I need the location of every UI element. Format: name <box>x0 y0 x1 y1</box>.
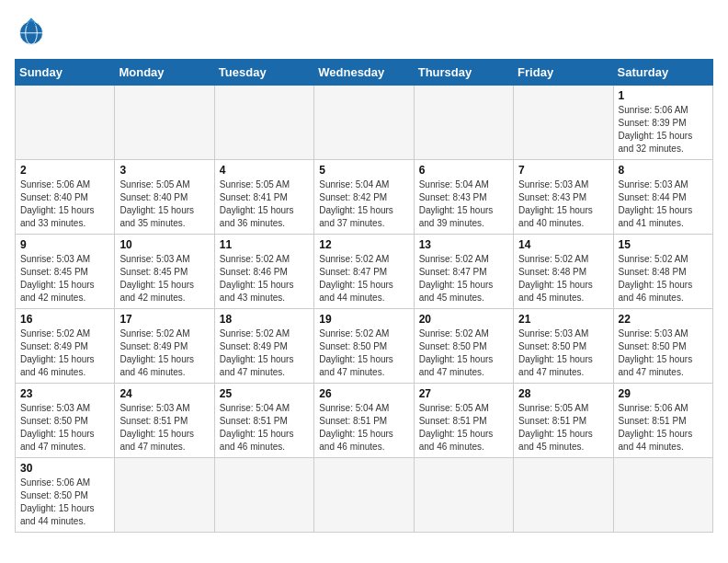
calendar-cell: 5Sunrise: 5:04 AM Sunset: 8:42 PM Daylig… <box>314 160 414 235</box>
calendar-cell: 2Sunrise: 5:06 AM Sunset: 8:40 PM Daylig… <box>16 160 115 235</box>
day-number: 26 <box>319 387 408 400</box>
day-number: 24 <box>119 387 209 400</box>
calendar-cell: 17Sunrise: 5:02 AM Sunset: 8:49 PM Dayli… <box>115 309 214 384</box>
day-number: 17 <box>119 313 209 326</box>
calendar-cell <box>613 458 712 533</box>
day-info: Sunrise: 5:06 AM Sunset: 8:40 PM Dayligh… <box>20 178 109 230</box>
calendar-cell: 7Sunrise: 5:03 AM Sunset: 8:43 PM Daylig… <box>514 160 613 235</box>
calendar-cell <box>414 458 513 533</box>
day-info: Sunrise: 5:02 AM Sunset: 8:49 PM Dayligh… <box>220 327 309 379</box>
calendar-cell: 10Sunrise: 5:03 AM Sunset: 8:45 PM Dayli… <box>115 235 214 309</box>
calendar-cell: 12Sunrise: 5:02 AM Sunset: 8:47 PM Dayli… <box>314 235 414 309</box>
calendar-cell: 14Sunrise: 5:02 AM Sunset: 8:48 PM Dayli… <box>514 235 613 309</box>
weekday-sunday: Sunday <box>16 60 115 86</box>
week-row-5: 30Sunrise: 5:06 AM Sunset: 8:50 PM Dayli… <box>16 458 713 533</box>
week-row-1: 2Sunrise: 5:06 AM Sunset: 8:40 PM Daylig… <box>16 160 713 235</box>
day-info: Sunrise: 5:05 AM Sunset: 8:51 PM Dayligh… <box>518 402 608 454</box>
calendar-cell: 22Sunrise: 5:03 AM Sunset: 8:50 PM Dayli… <box>613 309 712 384</box>
day-number: 5 <box>319 164 408 177</box>
day-info: Sunrise: 5:02 AM Sunset: 8:50 PM Dayligh… <box>319 327 408 379</box>
calendar-cell: 24Sunrise: 5:03 AM Sunset: 8:51 PM Dayli… <box>115 384 214 458</box>
day-info: Sunrise: 5:02 AM Sunset: 8:48 PM Dayligh… <box>619 253 708 304</box>
calendar-cell <box>16 86 115 160</box>
day-info: Sunrise: 5:05 AM Sunset: 8:41 PM Dayligh… <box>220 178 309 230</box>
day-number: 1 <box>619 89 708 102</box>
calendar-table: SundayMondayTuesdayWednesdayThursdayFrid… <box>15 59 713 533</box>
calendar-cell: 16Sunrise: 5:02 AM Sunset: 8:49 PM Dayli… <box>16 309 115 384</box>
day-number: 13 <box>419 238 508 251</box>
calendar-cell <box>214 86 313 160</box>
day-number: 14 <box>518 238 608 251</box>
day-info: Sunrise: 5:06 AM Sunset: 8:50 PM Dayligh… <box>20 477 109 528</box>
calendar-cell: 21Sunrise: 5:03 AM Sunset: 8:50 PM Dayli… <box>514 309 613 384</box>
week-row-2: 9Sunrise: 5:03 AM Sunset: 8:45 PM Daylig… <box>16 235 713 309</box>
calendar-cell: 23Sunrise: 5:03 AM Sunset: 8:50 PM Dayli… <box>16 384 115 458</box>
weekday-header-row: SundayMondayTuesdayWednesdayThursdayFrid… <box>16 60 713 86</box>
week-row-0: 1Sunrise: 5:06 AM Sunset: 8:39 PM Daylig… <box>16 86 713 160</box>
calendar-cell: 27Sunrise: 5:05 AM Sunset: 8:51 PM Dayli… <box>414 384 513 458</box>
logo <box>15 15 53 48</box>
calendar-body: 1Sunrise: 5:06 AM Sunset: 8:39 PM Daylig… <box>16 86 713 533</box>
day-info: Sunrise: 5:06 AM Sunset: 8:51 PM Dayligh… <box>619 402 708 454</box>
day-number: 10 <box>119 238 209 251</box>
logo-icon <box>15 15 48 48</box>
calendar-cell: 9Sunrise: 5:03 AM Sunset: 8:45 PM Daylig… <box>16 235 115 309</box>
day-number: 2 <box>20 164 109 177</box>
day-info: Sunrise: 5:02 AM Sunset: 8:48 PM Dayligh… <box>518 253 608 304</box>
week-row-3: 16Sunrise: 5:02 AM Sunset: 8:49 PM Dayli… <box>16 309 713 384</box>
calendar-cell: 4Sunrise: 5:05 AM Sunset: 8:41 PM Daylig… <box>214 160 313 235</box>
day-info: Sunrise: 5:04 AM Sunset: 8:51 PM Dayligh… <box>319 402 408 454</box>
day-number: 25 <box>220 387 309 400</box>
calendar-cell <box>514 86 613 160</box>
day-number: 3 <box>119 164 209 177</box>
calendar-cell: 3Sunrise: 5:05 AM Sunset: 8:40 PM Daylig… <box>115 160 214 235</box>
calendar-cell: 13Sunrise: 5:02 AM Sunset: 8:47 PM Dayli… <box>414 235 513 309</box>
calendar-cell <box>314 86 414 160</box>
day-info: Sunrise: 5:02 AM Sunset: 8:47 PM Dayligh… <box>319 253 408 304</box>
day-info: Sunrise: 5:02 AM Sunset: 8:46 PM Dayligh… <box>220 253 309 304</box>
day-number: 19 <box>319 313 408 326</box>
day-number: 8 <box>619 164 708 177</box>
day-info: Sunrise: 5:03 AM Sunset: 8:45 PM Dayligh… <box>119 253 209 304</box>
calendar-cell: 15Sunrise: 5:02 AM Sunset: 8:48 PM Dayli… <box>613 235 712 309</box>
day-number: 27 <box>419 387 508 400</box>
calendar-cell: 19Sunrise: 5:02 AM Sunset: 8:50 PM Dayli… <box>314 309 414 384</box>
weekday-wednesday: Wednesday <box>314 60 414 86</box>
day-info: Sunrise: 5:04 AM Sunset: 8:43 PM Dayligh… <box>419 178 508 230</box>
calendar-cell: 29Sunrise: 5:06 AM Sunset: 8:51 PM Dayli… <box>613 384 712 458</box>
weekday-thursday: Thursday <box>414 60 513 86</box>
calendar-cell: 6Sunrise: 5:04 AM Sunset: 8:43 PM Daylig… <box>414 160 513 235</box>
header <box>15 15 713 48</box>
weekday-monday: Monday <box>115 60 214 86</box>
day-number: 18 <box>220 313 309 326</box>
calendar-cell <box>214 458 313 533</box>
day-info: Sunrise: 5:05 AM Sunset: 8:51 PM Dayligh… <box>419 402 508 454</box>
day-info: Sunrise: 5:02 AM Sunset: 8:50 PM Dayligh… <box>419 327 508 379</box>
day-number: 15 <box>619 238 708 251</box>
calendar-cell <box>115 86 214 160</box>
day-number: 16 <box>20 313 109 326</box>
day-info: Sunrise: 5:06 AM Sunset: 8:39 PM Dayligh… <box>619 104 708 155</box>
day-number: 9 <box>20 238 109 251</box>
day-number: 23 <box>20 387 109 400</box>
day-number: 29 <box>619 387 708 400</box>
day-info: Sunrise: 5:03 AM Sunset: 8:43 PM Dayligh… <box>518 178 608 230</box>
day-number: 4 <box>220 164 309 177</box>
day-number: 6 <box>419 164 508 177</box>
day-number: 20 <box>419 313 508 326</box>
day-number: 22 <box>619 313 708 326</box>
day-info: Sunrise: 5:05 AM Sunset: 8:40 PM Dayligh… <box>119 178 209 230</box>
calendar-header: SundayMondayTuesdayWednesdayThursdayFrid… <box>16 60 713 86</box>
calendar-cell <box>314 458 414 533</box>
weekday-saturday: Saturday <box>613 60 712 86</box>
calendar-cell: 20Sunrise: 5:02 AM Sunset: 8:50 PM Dayli… <box>414 309 513 384</box>
day-number: 11 <box>220 238 309 251</box>
day-info: Sunrise: 5:02 AM Sunset: 8:49 PM Dayligh… <box>20 327 109 379</box>
day-number: 30 <box>20 462 109 475</box>
weekday-tuesday: Tuesday <box>214 60 313 86</box>
day-info: Sunrise: 5:02 AM Sunset: 8:49 PM Dayligh… <box>119 327 209 379</box>
calendar-cell <box>514 458 613 533</box>
calendar-cell: 26Sunrise: 5:04 AM Sunset: 8:51 PM Dayli… <box>314 384 414 458</box>
calendar-cell: 30Sunrise: 5:06 AM Sunset: 8:50 PM Dayli… <box>16 458 115 533</box>
calendar-cell: 1Sunrise: 5:06 AM Sunset: 8:39 PM Daylig… <box>613 86 712 160</box>
